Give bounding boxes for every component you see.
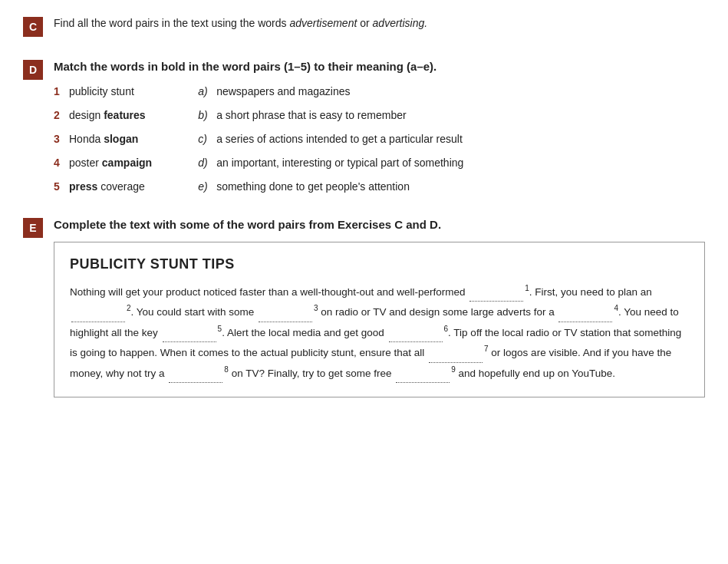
section-c-label: C — [23, 17, 43, 37]
section-d: D Match the words in bold in the word pa… — [23, 58, 705, 195]
match-num-5: 5 — [54, 179, 64, 195]
sup-9: 9 — [451, 365, 456, 374]
match-def-c: a series of actions intended to get a pa… — [216, 131, 463, 147]
sup-7: 7 — [484, 345, 489, 353]
match-letter-c: c) — [198, 131, 212, 147]
blank-1 — [469, 284, 523, 302]
match-left-column: 1 publicity stunt 2 design features 3 Ho… — [54, 84, 152, 195]
match-letter-b: b) — [198, 107, 212, 124]
match-item-c: c) a series of actions intended to get a… — [198, 131, 463, 147]
blank-5 — [163, 324, 216, 342]
match-num-2: 2 — [54, 107, 64, 124]
match-def-b: a short phrase that is easy to remember — [216, 107, 406, 124]
section-d-label: D — [23, 60, 43, 80]
sup-6: 6 — [444, 325, 449, 333]
match-num-1: 1 — [54, 84, 64, 100]
sup-8: 8 — [224, 365, 229, 374]
match-text-4: poster campaign — [69, 155, 152, 171]
match-letter-a: a) — [198, 84, 212, 100]
box-title: PUBLICITY STUNT TIPS — [70, 256, 689, 272]
match-text-2: design features — [69, 107, 146, 124]
section-e: E Complete the text with some of the wor… — [23, 216, 705, 397]
section-e-label: E — [23, 218, 43, 238]
match-right-column: a) newspapers and magazines b) a short p… — [198, 84, 463, 195]
box-body-text: Nothing will get your product noticed fa… — [70, 282, 689, 383]
match-item-e: e) something done to get people's attent… — [198, 179, 463, 195]
match-item-5: 5 press coverage — [54, 179, 152, 195]
match-item-b: b) a short phrase that is easy to rememb… — [198, 107, 463, 124]
match-def-a: newspapers and magazines — [216, 84, 350, 100]
match-item-d: d) an important, interesting or typical … — [198, 155, 463, 171]
match-item-1: 1 publicity stunt — [54, 84, 152, 100]
match-def-d: an important, interesting or typical par… — [216, 155, 463, 171]
sup-1: 1 — [525, 284, 529, 292]
section-c-text: Find all the word pairs in the text usin… — [54, 15, 705, 31]
blank-4 — [558, 304, 612, 322]
sup-2: 2 — [127, 304, 131, 312]
match-item-2: 2 design features — [54, 107, 152, 124]
match-item-a: a) newspapers and magazines — [198, 84, 463, 100]
match-table: 1 publicity stunt 2 design features 3 Ho… — [54, 84, 705, 195]
sup-3: 3 — [314, 304, 318, 312]
match-def-e: something done to get people's attention — [216, 179, 410, 195]
match-text-5: press coverage — [69, 179, 145, 195]
match-text-3: Honda slogan — [69, 131, 138, 147]
section-e-content: Complete the text with some of the word … — [54, 216, 705, 397]
blank-6 — [389, 324, 443, 342]
blank-9 — [396, 364, 450, 383]
match-num-4: 4 — [54, 155, 64, 171]
match-num-3: 3 — [54, 131, 64, 147]
section-d-title: Match the words in bold in the word pair… — [54, 58, 705, 74]
exercise-e-box: PUBLICITY STUNT TIPS Nothing will get yo… — [54, 242, 705, 397]
blank-8 — [169, 364, 222, 383]
blank-2 — [71, 304, 125, 322]
match-item-4: 4 poster campaign — [54, 155, 152, 171]
section-c-content: Find all the word pairs in the text usin… — [54, 15, 705, 31]
match-letter-d: d) — [198, 155, 212, 171]
section-d-content: Match the words in bold in the word pair… — [54, 58, 705, 195]
blank-3 — [259, 304, 312, 322]
match-text-1: publicity stunt — [69, 84, 134, 100]
sup-4: 4 — [614, 304, 618, 312]
sup-5: 5 — [218, 325, 222, 333]
blank-7 — [429, 345, 483, 363]
section-e-title: Complete the text with some of the word … — [54, 216, 705, 233]
section-c: C Find all the word pairs in the text us… — [23, 15, 705, 37]
match-letter-e: e) — [198, 179, 212, 195]
match-item-3: 3 Honda slogan — [54, 131, 152, 147]
